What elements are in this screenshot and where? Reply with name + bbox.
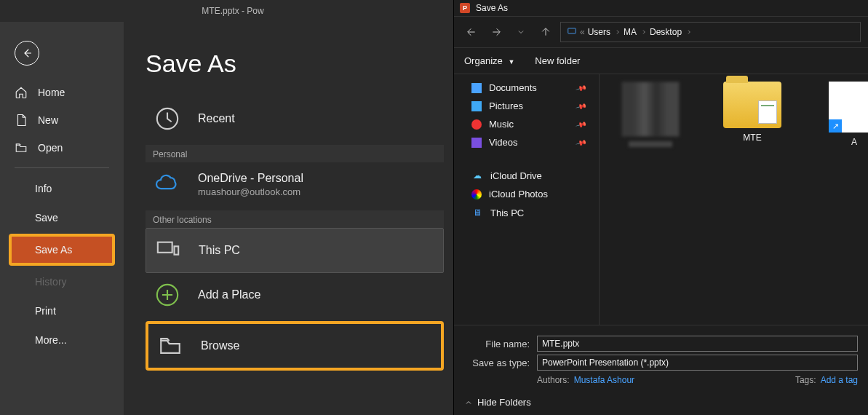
nav-info[interactable]: Info <box>0 174 124 203</box>
ppt-title-text: MTE.pptx - Pow <box>202 6 263 16</box>
dialog-title: Save As <box>476 3 508 13</box>
address-bar[interactable]: « Users MA Desktop <box>560 22 861 42</box>
nav-print[interactable]: Print <box>0 296 124 325</box>
location-add-place-label: Add a Place <box>198 288 260 301</box>
backstage-content: Save As Recent Personal OneDrive - Perso… <box>124 22 466 415</box>
tree-music[interactable]: Music 📌 <box>454 115 599 133</box>
tree-icloud-drive[interactable]: ☁ iCloud Drive <box>454 166 599 185</box>
tags-label: Tags: <box>795 375 816 385</box>
svg-rect-1 <box>158 242 172 253</box>
section-other: Other locations <box>146 210 444 228</box>
nav-save-as[interactable]: Save As <box>9 234 115 266</box>
nav-forward-button[interactable] <box>486 22 506 42</box>
clock-icon <box>153 104 182 133</box>
nav-open-label: Open <box>38 142 63 154</box>
videos-icon <box>471 138 482 148</box>
redacted-thumbnail <box>621 82 680 137</box>
breadcrumb-desktop[interactable]: Desktop <box>650 27 692 37</box>
this-pc-tree-icon: 🖥 <box>471 207 483 218</box>
ppt-titlebar: MTE.pptx - Pow <box>0 0 466 22</box>
file-item-redacted-1[interactable] <box>607 82 694 147</box>
nav-new[interactable]: New <box>0 106 124 134</box>
shortcut-thumbnail: ↗ <box>829 82 868 133</box>
icloud-photos-icon <box>471 189 482 199</box>
location-this-pc[interactable]: This PC <box>146 228 444 273</box>
this-pc-icon <box>154 236 183 265</box>
dialog-toolbar: Organize ▼ New folder <box>454 48 868 74</box>
location-browse[interactable]: Browse <box>148 324 441 368</box>
pin-icon[interactable]: 📌 <box>576 137 587 149</box>
nav-new-label: New <box>38 114 58 126</box>
shortcut-arrow-icon: ↗ <box>829 119 842 133</box>
organize-menu[interactable]: Organize ▼ <box>464 55 514 66</box>
music-icon <box>471 119 482 130</box>
onedrive-sub: muashour@outlook.com <box>198 186 303 197</box>
pin-icon[interactable]: 📌 <box>576 82 587 94</box>
save-type-dropdown[interactable] <box>537 355 858 371</box>
location-recent-label: Recent <box>198 112 235 125</box>
onedrive-icon <box>153 170 182 199</box>
nav-save[interactable]: Save <box>0 203 124 232</box>
dialog-footer: File name: Save as type: Authors: Mustaf… <box>454 325 868 390</box>
file-name-input[interactable] <box>537 336 858 352</box>
svg-rect-4 <box>568 28 576 33</box>
chevron-down-icon: ▼ <box>508 58 514 66</box>
redacted-label <box>629 141 672 147</box>
dialog-file-pane[interactable]: MTE ↗ A <box>600 74 868 325</box>
home-icon <box>15 86 28 99</box>
nav-home-label: Home <box>38 87 65 98</box>
saveas-dialog: P Save As « Users MA <box>453 0 868 415</box>
tags-value[interactable]: Add a tag <box>821 375 858 385</box>
svg-rect-2 <box>175 246 179 254</box>
tree-pictures[interactable]: Pictures 📌 <box>454 97 599 115</box>
location-browse-label: Browse <box>201 339 239 352</box>
open-folder-icon <box>15 141 28 154</box>
file-name-label: File name: <box>464 339 530 349</box>
breadcrumb-ma[interactable]: MA <box>624 27 647 37</box>
chevron-up-icon <box>464 398 473 407</box>
tree-icloud-photos[interactable]: iCloud Photos <box>454 185 599 203</box>
file-item-shortcut[interactable]: ↗ A <box>811 82 868 147</box>
pictures-icon <box>471 101 482 111</box>
powerpoint-icon: P <box>460 3 470 13</box>
pin-icon[interactable]: 📌 <box>576 100 587 112</box>
breadcrumb-users[interactable]: Users <box>588 27 621 37</box>
nav-divider <box>15 167 109 168</box>
file-item-folder-mte[interactable]: MTE <box>709 82 796 143</box>
hide-folders-toggle[interactable]: Hide Folders <box>464 397 531 408</box>
tree-this-pc[interactable]: 🖥 This PC <box>454 203 599 222</box>
chevron-right-icon <box>641 29 647 35</box>
nav-back-button[interactable] <box>461 22 482 42</box>
icloud-drive-icon: ☁ <box>471 170 483 181</box>
tree-documents[interactable]: Documents 📌 <box>454 79 599 97</box>
dialog-nav-row: « Users MA Desktop <box>454 16 868 48</box>
folder-icon <box>723 82 781 128</box>
location-add-place[interactable]: Add a Place <box>146 273 444 317</box>
page-title: Save As <box>146 50 444 78</box>
nav-up-button[interactable] <box>535 22 556 42</box>
powerpoint-backstage: MTE.pptx - Pow Home New <box>0 0 466 415</box>
pin-icon[interactable]: 📌 <box>576 119 587 130</box>
back-button[interactable] <box>15 41 39 66</box>
documents-icon <box>471 83 482 93</box>
dialog-tree: Documents 📌 Pictures 📌 Music 📌 Videos 📌 … <box>454 74 600 325</box>
authors-value[interactable]: Mustafa Ashour <box>574 375 634 385</box>
section-personal: Personal <box>146 145 444 162</box>
location-onedrive[interactable]: OneDrive - Personal muashour@outlook.com <box>146 162 444 206</box>
folder-label: MTE <box>743 133 761 143</box>
new-folder-button[interactable]: New folder <box>535 55 580 66</box>
nav-more[interactable]: More... <box>0 325 124 355</box>
tree-videos[interactable]: Videos 📌 <box>454 133 599 151</box>
save-type-label: Save as type: <box>464 357 530 368</box>
authors-label: Authors: <box>537 375 570 385</box>
location-this-pc-label: This PC <box>199 244 240 257</box>
nav-history: History <box>0 267 124 296</box>
nav-recent-dropdown[interactable] <box>511 22 531 42</box>
breadcrumb-root: « <box>580 27 585 37</box>
pc-glyph-icon <box>567 26 577 39</box>
onedrive-title: OneDrive - Personal <box>198 172 303 185</box>
nav-home[interactable]: Home <box>0 79 124 106</box>
location-recent[interactable]: Recent <box>146 97 444 141</box>
nav-open[interactable]: Open <box>0 134 124 162</box>
add-place-icon <box>153 280 182 309</box>
